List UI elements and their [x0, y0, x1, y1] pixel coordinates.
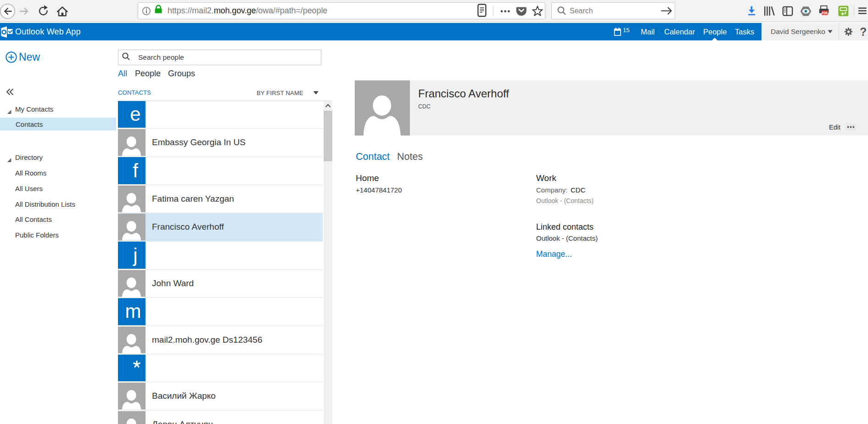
svg-text:PDF: PDF [822, 11, 828, 15]
